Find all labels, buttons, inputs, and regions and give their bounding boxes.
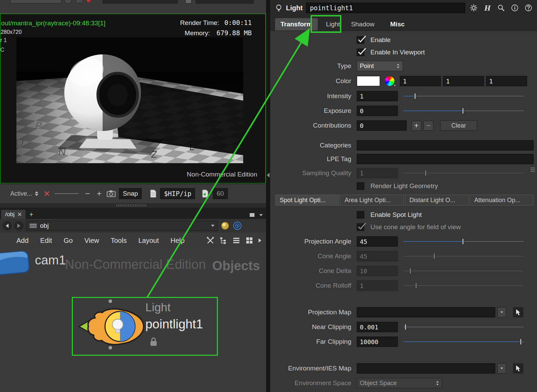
projection-map-chooser-icon[interactable] xyxy=(513,307,523,317)
projection-angle-slider[interactable] xyxy=(403,236,524,247)
snap-button[interactable]: Snap xyxy=(119,188,142,199)
subtab-distant-light[interactable]: Distant Light O... xyxy=(405,195,469,206)
tab-shadow[interactable]: Shadow xyxy=(345,18,380,30)
target-icon[interactable] xyxy=(233,221,242,231)
color-wheel-icon[interactable] xyxy=(385,76,394,86)
contributions-field[interactable]: 0 xyxy=(357,120,407,131)
environment-space-dropdown[interactable]: Object Space xyxy=(357,378,442,388)
record-icon[interactable] xyxy=(86,0,91,3)
environment-map-chooser-icon[interactable] xyxy=(513,363,523,374)
light-node-name[interactable]: pointlight1 xyxy=(145,317,203,331)
partial-button[interactable] xyxy=(10,0,62,3)
output-file-icon[interactable] xyxy=(150,190,157,198)
network-tab-obj[interactable]: /obj xyxy=(1,209,26,219)
divider-grip-icon[interactable] xyxy=(267,173,270,178)
type-dropdown[interactable]: Point xyxy=(357,61,403,71)
add-contribution-button[interactable]: + xyxy=(411,121,421,131)
forward-button[interactable] xyxy=(14,221,23,230)
slider-handle[interactable] xyxy=(414,93,416,99)
spinner-icon[interactable] xyxy=(35,191,38,196)
snapshot-camera-icon[interactable] xyxy=(107,190,116,197)
projection-map-field[interactable] xyxy=(357,307,495,317)
partial-icon[interactable] xyxy=(64,0,72,4)
partial-icon[interactable] xyxy=(76,0,83,3)
slider-handle[interactable] xyxy=(462,108,464,114)
pane-menu-icon[interactable] xyxy=(259,214,263,216)
back-button[interactable] xyxy=(3,221,12,230)
path-dropdown-icon[interactable] xyxy=(211,225,214,227)
exposure-slider[interactable] xyxy=(403,106,524,116)
menu-tools[interactable]: Tools xyxy=(111,237,127,245)
menu-go[interactable]: Go xyxy=(64,237,73,245)
light-bulb-node-icon[interactable] xyxy=(78,307,145,348)
render-light-geometry-checkbox[interactable] xyxy=(357,182,364,190)
network-path-field[interactable]: obj xyxy=(26,221,218,231)
near-clipping-field[interactable]: 0.001 xyxy=(357,322,398,332)
update-slider[interactable] xyxy=(55,193,79,194)
houdini-help-icon[interactable]: H xyxy=(482,3,493,13)
zoom-out-button[interactable]: − xyxy=(83,189,92,198)
tab-misc[interactable]: Misc xyxy=(385,18,410,30)
projection-angle-field[interactable]: 45 xyxy=(357,236,398,247)
close-tab-icon[interactable] xyxy=(18,212,22,216)
node-input-connector[interactable] xyxy=(108,299,113,304)
slider-handle[interactable] xyxy=(520,339,522,345)
light-node-highlight[interactable]: Light pointlight1 xyxy=(72,297,218,356)
list-view-icon[interactable] xyxy=(233,237,240,244)
new-tab-button[interactable]: + xyxy=(26,210,36,219)
help-icon[interactable] xyxy=(523,3,534,13)
projection-map-dropdown-icon[interactable] xyxy=(497,307,506,317)
subtab-spot-light[interactable]: Spot Light Opti... xyxy=(275,195,339,206)
menu-view[interactable]: View xyxy=(84,237,99,245)
partial-dropdown[interactable] xyxy=(103,0,178,4)
info-icon[interactable] xyxy=(510,3,520,13)
render-viewport[interactable]: out/mantra_ipr(raytrace)-09:48:33[1] 128… xyxy=(0,14,266,183)
color-g-field[interactable]: 1 xyxy=(443,76,484,86)
enable-checkbox[interactable] xyxy=(357,36,364,44)
more-tools-icon[interactable] xyxy=(259,238,261,243)
remove-contribution-button[interactable]: − xyxy=(423,121,433,131)
far-clipping-slider[interactable] xyxy=(403,337,524,347)
slider-handle[interactable] xyxy=(462,238,464,245)
menu-help[interactable]: Help xyxy=(171,237,185,245)
network-canvas[interactable]: cam1 Non-Commercial Edition Objects xyxy=(0,248,266,392)
node-name-field[interactable]: pointlight1 xyxy=(306,3,465,13)
categories-field[interactable] xyxy=(357,140,534,151)
enable-spot-light-checkbox[interactable] xyxy=(357,211,364,219)
gear-icon[interactable] xyxy=(469,3,479,13)
far-clipping-field[interactable]: 10000 xyxy=(357,337,398,347)
environment-map-dropdown-icon[interactable] xyxy=(497,363,506,374)
partial-icon[interactable] xyxy=(185,0,192,3)
use-cone-angle-checkbox[interactable] xyxy=(357,223,364,231)
menu-edit[interactable]: Edit xyxy=(40,237,52,245)
enable-viewport-checkbox[interactable] xyxy=(357,49,364,56)
environment-map-field[interactable] xyxy=(357,363,495,374)
tools-icon[interactable] xyxy=(207,237,214,244)
output-path-field[interactable]: $HIP/ip xyxy=(160,188,195,199)
search-icon[interactable] xyxy=(496,3,506,13)
pane-divider[interactable] xyxy=(266,0,270,392)
stop-render-icon[interactable] xyxy=(44,191,50,197)
partial-field[interactable] xyxy=(196,0,254,4)
tab-light[interactable]: Light xyxy=(320,18,345,30)
fps-field[interactable]: 60 xyxy=(213,188,227,199)
tab-transform[interactable]: Transform xyxy=(275,18,318,30)
camera-node-shape[interactable] xyxy=(0,249,32,279)
snapshot-globe-icon[interactable] xyxy=(220,221,230,231)
intensity-field[interactable]: 1 xyxy=(357,91,398,101)
color-r-field[interactable]: 1 xyxy=(400,76,441,86)
fps-file-icon[interactable] xyxy=(202,190,209,198)
intensity-slider[interactable] xyxy=(403,91,524,101)
clear-contributions-button[interactable]: Clear xyxy=(440,120,477,131)
menu-layout[interactable]: Layout xyxy=(138,237,159,245)
scrollbar-handle[interactable] xyxy=(116,204,147,207)
panel-scrollbar-grip[interactable] xyxy=(531,167,535,172)
slider-handle[interactable] xyxy=(405,324,406,330)
active-render-dropdown[interactable]: Active... xyxy=(10,190,40,197)
subtab-attenuation[interactable]: Attenuation Op... xyxy=(470,195,534,206)
exposure-field[interactable]: 0 xyxy=(357,106,398,116)
grid-view-icon[interactable] xyxy=(246,237,253,244)
subtab-area-light[interactable]: Area Light Opti... xyxy=(340,195,404,206)
near-clipping-slider[interactable] xyxy=(403,322,524,332)
menu-add[interactable]: Add xyxy=(16,237,29,245)
